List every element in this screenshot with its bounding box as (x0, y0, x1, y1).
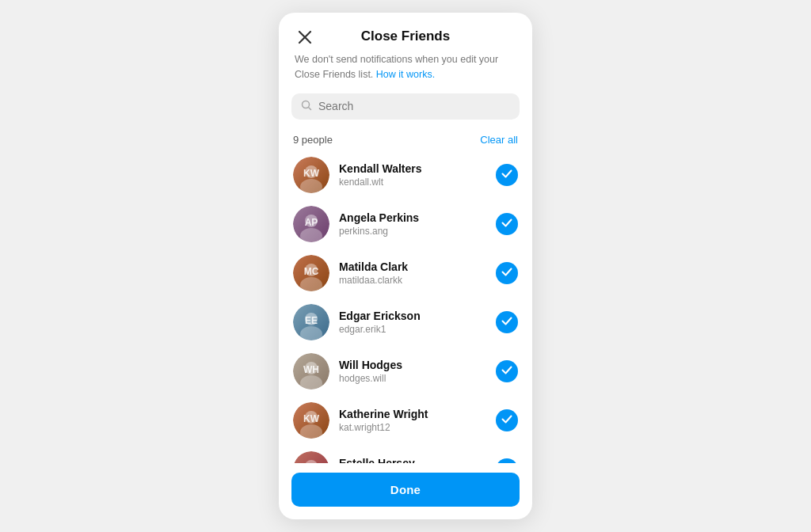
search-input[interactable] (318, 100, 510, 112)
friend-item[interactable]: AP Angela Perkins perkins.ang (279, 200, 532, 249)
friend-info: Angela Perkins perkins.ang (339, 211, 486, 237)
search-container (279, 93, 532, 127)
friend-item[interactable]: WH Will Hodges hodges.will (279, 347, 532, 396)
modal-subtitle: We don't send notifications when you edi… (279, 52, 532, 82)
friend-check-button[interactable] (496, 409, 518, 431)
friends-list: KW Kendall Walters kendall.wlt (279, 150, 532, 464)
svg-text:AP: AP (305, 217, 318, 228)
friend-name: Estelle Hersey (339, 457, 486, 464)
search-icon (301, 100, 312, 113)
friend-info: Will Hodges hodges.will (339, 359, 486, 384)
friend-username: perkins.ang (339, 226, 486, 237)
svg-text:WH: WH (303, 364, 319, 375)
checkmark-icon (501, 169, 512, 180)
friend-name: Angela Perkins (339, 211, 486, 224)
clear-all-button[interactable]: Clear all (480, 134, 518, 146)
avatar: AP (293, 206, 329, 242)
modal-title: Close Friends (295, 28, 516, 44)
friend-info: Matilda Clark matildaa.clarkk (339, 260, 486, 286)
friend-check-button[interactable] (496, 360, 518, 382)
friend-username: kendall.wlt (339, 177, 486, 188)
checkmark-icon (501, 268, 512, 278)
avatar: EH (293, 451, 329, 464)
friend-username: matildaa.clarkk (339, 275, 486, 286)
checkmark-icon (501, 317, 512, 327)
close-icon (298, 30, 312, 44)
checkmark-icon (501, 366, 512, 376)
friend-info: Estelle Hersey estelle.her.sey (339, 457, 486, 464)
friend-item[interactable]: MC Matilda Clark matildaa.clarkk (279, 249, 532, 298)
close-button[interactable] (293, 25, 317, 49)
checkmark-icon (501, 218, 512, 229)
friend-name: Kendall Walters (339, 162, 486, 175)
svg-text:KW: KW (303, 168, 320, 179)
friend-item[interactable]: KW Katherine Wright kat.wright12 (279, 396, 532, 445)
avatar: KW (293, 157, 329, 193)
people-count: 9 people (293, 134, 333, 146)
friend-name: Edgar Erickson (339, 310, 486, 322)
friend-info: Kendall Walters kendall.wlt (339, 162, 486, 188)
friend-info: Katherine Wright kat.wright12 (339, 408, 486, 433)
friend-username: kat.wright12 (339, 422, 486, 433)
friend-check-button[interactable] (496, 311, 518, 333)
friend-name: Katherine Wright (339, 408, 486, 420)
friend-username: hodges.will (339, 373, 486, 384)
checkmark-icon (501, 415, 512, 425)
friend-item[interactable]: EE Edgar Erickson edgar.erik1 (279, 298, 532, 347)
friend-item[interactable]: KW Kendall Walters kendall.wlt (279, 150, 532, 200)
avatar: MC (293, 255, 329, 291)
friend-name: Matilda Clark (339, 260, 486, 273)
friend-info: Edgar Erickson edgar.erik1 (339, 310, 486, 335)
avatar: KW (293, 402, 329, 439)
friend-check-button[interactable] (496, 262, 518, 284)
svg-text:EE: EE (305, 315, 318, 326)
friend-username: edgar.erik1 (339, 324, 486, 335)
close-friends-modal: Close Friends We don't send notification… (279, 13, 532, 519)
avatar: WH (293, 353, 329, 390)
modal-footer: Done (279, 463, 532, 519)
svg-text:MC: MC (304, 266, 319, 277)
search-box (291, 93, 520, 120)
svg-text:KW: KW (303, 413, 320, 424)
friend-name: Will Hodges (339, 359, 486, 371)
avatar: EE (293, 304, 329, 340)
people-header: 9 people Clear all (279, 127, 532, 150)
svg-line-3 (309, 107, 311, 109)
how-it-works-link[interactable]: How it works. (376, 69, 435, 80)
friend-item[interactable]: EH Estelle Hersey estelle.her.sey (279, 445, 532, 464)
modal-header: Close Friends (279, 13, 532, 52)
done-button[interactable]: Done (291, 473, 520, 507)
friend-check-button[interactable] (496, 213, 518, 235)
friend-check-button[interactable] (496, 164, 518, 186)
